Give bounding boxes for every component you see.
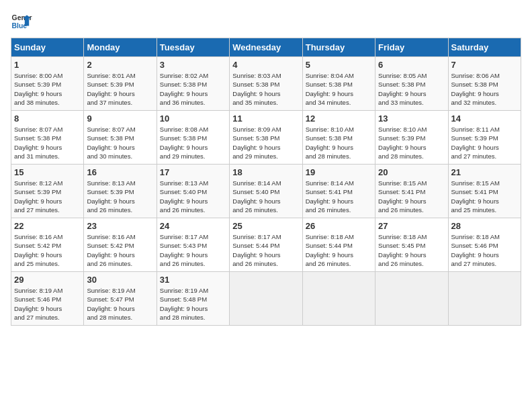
calendar-cell: 29Sunrise: 8:19 AM Sunset: 5:46 PM Dayli… <box>11 272 84 326</box>
calendar-cell: 27Sunrise: 8:18 AM Sunset: 5:45 PM Dayli… <box>375 218 448 272</box>
day-header-tuesday: Tuesday <box>157 38 229 57</box>
day-number: 21 <box>451 167 518 177</box>
day-number: 10 <box>160 113 226 124</box>
cell-content: Sunrise: 8:11 AM Sunset: 5:39 PM Dayligh… <box>451 125 518 161</box>
calendar-cell: 14Sunrise: 8:11 AM Sunset: 5:39 PM Dayli… <box>448 111 521 165</box>
cell-content: Sunrise: 8:07 AM Sunset: 5:38 PM Dayligh… <box>87 125 153 161</box>
calendar-week-5: 29Sunrise: 8:19 AM Sunset: 5:46 PM Dayli… <box>11 272 521 326</box>
cell-content: Sunrise: 8:05 AM Sunset: 5:38 PM Dayligh… <box>378 71 445 107</box>
day-number: 5 <box>306 60 372 70</box>
day-number: 13 <box>378 113 445 124</box>
page-header: General Blue <box>11 11 521 32</box>
day-number: 12 <box>306 113 372 124</box>
cell-content: Sunrise: 8:06 AM Sunset: 5:38 PM Dayligh… <box>451 71 518 107</box>
calendar-week-4: 22Sunrise: 8:16 AM Sunset: 5:42 PM Dayli… <box>11 218 521 272</box>
calendar-cell: 6Sunrise: 8:05 AM Sunset: 5:38 PM Daylig… <box>375 57 448 111</box>
calendar-cell: 7Sunrise: 8:06 AM Sunset: 5:38 PM Daylig… <box>448 57 521 111</box>
calendar-cell: 20Sunrise: 8:15 AM Sunset: 5:41 PM Dayli… <box>375 165 448 218</box>
cell-content: Sunrise: 8:19 AM Sunset: 5:46 PM Dayligh… <box>14 286 81 322</box>
cell-content: Sunrise: 8:19 AM Sunset: 5:47 PM Dayligh… <box>87 286 153 322</box>
calendar-cell: 26Sunrise: 8:18 AM Sunset: 5:44 PM Dayli… <box>302 218 375 272</box>
cell-content: Sunrise: 8:07 AM Sunset: 5:38 PM Dayligh… <box>14 125 81 161</box>
calendar-cell <box>302 272 375 326</box>
calendar-cell: 31Sunrise: 8:19 AM Sunset: 5:48 PM Dayli… <box>157 272 229 326</box>
cell-content: Sunrise: 8:16 AM Sunset: 5:42 PM Dayligh… <box>14 232 81 268</box>
calendar-table: SundayMondayTuesdayWednesdayThursdayFrid… <box>11 38 521 326</box>
day-number: 23 <box>87 221 153 231</box>
cell-content: Sunrise: 8:02 AM Sunset: 5:38 PM Dayligh… <box>160 71 226 107</box>
calendar-cell: 11Sunrise: 8:09 AM Sunset: 5:38 PM Dayli… <box>230 111 302 165</box>
day-number: 14 <box>451 113 518 124</box>
calendar-cell: 30Sunrise: 8:19 AM Sunset: 5:47 PM Dayli… <box>84 272 157 326</box>
calendar-cell: 3Sunrise: 8:02 AM Sunset: 5:38 PM Daylig… <box>157 57 229 111</box>
calendar-cell: 25Sunrise: 8:17 AM Sunset: 5:44 PM Dayli… <box>230 218 302 272</box>
cell-content: Sunrise: 8:18 AM Sunset: 5:46 PM Dayligh… <box>451 232 518 268</box>
cell-content: Sunrise: 8:09 AM Sunset: 5:38 PM Dayligh… <box>232 125 299 161</box>
calendar-cell <box>375 272 448 326</box>
calendar-header-row: SundayMondayTuesdayWednesdayThursdayFrid… <box>11 38 521 57</box>
day-number: 30 <box>87 275 153 285</box>
day-header-wednesday: Wednesday <box>230 38 302 57</box>
day-header-saturday: Saturday <box>448 38 521 57</box>
day-number: 7 <box>451 60 518 70</box>
day-number: 26 <box>306 221 372 231</box>
day-number: 3 <box>160 60 226 70</box>
calendar-cell: 15Sunrise: 8:12 AM Sunset: 5:39 PM Dayli… <box>11 165 84 218</box>
cell-content: Sunrise: 8:17 AM Sunset: 5:44 PM Dayligh… <box>232 232 299 268</box>
calendar-cell: 4Sunrise: 8:03 AM Sunset: 5:38 PM Daylig… <box>230 57 302 111</box>
day-number: 6 <box>378 60 445 70</box>
day-number: 1 <box>14 60 81 70</box>
day-number: 18 <box>232 167 299 177</box>
cell-content: Sunrise: 8:13 AM Sunset: 5:39 PM Dayligh… <box>87 179 153 214</box>
cell-content: Sunrise: 8:16 AM Sunset: 5:42 PM Dayligh… <box>87 232 153 268</box>
cell-content: Sunrise: 8:00 AM Sunset: 5:39 PM Dayligh… <box>14 71 81 107</box>
day-number: 4 <box>232 60 299 70</box>
calendar-cell: 21Sunrise: 8:15 AM Sunset: 5:41 PM Dayli… <box>448 165 521 218</box>
logo: General Blue <box>11 11 32 32</box>
cell-content: Sunrise: 8:14 AM Sunset: 5:41 PM Dayligh… <box>306 179 372 214</box>
day-number: 15 <box>14 167 81 177</box>
cell-content: Sunrise: 8:04 AM Sunset: 5:38 PM Dayligh… <box>306 71 372 107</box>
day-number: 28 <box>451 221 518 231</box>
cell-content: Sunrise: 8:01 AM Sunset: 5:39 PM Dayligh… <box>87 71 153 107</box>
day-number: 9 <box>87 113 153 124</box>
calendar-cell: 12Sunrise: 8:10 AM Sunset: 5:38 PM Dayli… <box>302 111 375 165</box>
day-number: 22 <box>14 221 81 231</box>
cell-content: Sunrise: 8:18 AM Sunset: 5:44 PM Dayligh… <box>306 232 372 268</box>
cell-content: Sunrise: 8:08 AM Sunset: 5:38 PM Dayligh… <box>160 125 226 161</box>
day-header-thursday: Thursday <box>302 38 375 57</box>
calendar-week-3: 15Sunrise: 8:12 AM Sunset: 5:39 PM Dayli… <box>11 165 521 218</box>
calendar-cell: 19Sunrise: 8:14 AM Sunset: 5:41 PM Dayli… <box>302 165 375 218</box>
day-number: 2 <box>87 60 153 70</box>
cell-content: Sunrise: 8:19 AM Sunset: 5:48 PM Dayligh… <box>160 286 226 322</box>
cell-content: Sunrise: 8:10 AM Sunset: 5:38 PM Dayligh… <box>306 125 372 161</box>
calendar-week-1: 1Sunrise: 8:00 AM Sunset: 5:39 PM Daylig… <box>11 57 521 111</box>
calendar-cell: 18Sunrise: 8:14 AM Sunset: 5:40 PM Dayli… <box>230 165 302 218</box>
calendar-cell: 8Sunrise: 8:07 AM Sunset: 5:38 PM Daylig… <box>11 111 84 165</box>
calendar-cell: 28Sunrise: 8:18 AM Sunset: 5:46 PM Dayli… <box>448 218 521 272</box>
day-number: 16 <box>87 167 153 177</box>
day-number: 17 <box>160 167 226 177</box>
cell-content: Sunrise: 8:12 AM Sunset: 5:39 PM Dayligh… <box>14 179 81 214</box>
calendar-cell: 23Sunrise: 8:16 AM Sunset: 5:42 PM Dayli… <box>84 218 157 272</box>
calendar-cell: 5Sunrise: 8:04 AM Sunset: 5:38 PM Daylig… <box>302 57 375 111</box>
day-header-sunday: Sunday <box>11 38 84 57</box>
cell-content: Sunrise: 8:18 AM Sunset: 5:45 PM Dayligh… <box>378 232 445 268</box>
day-number: 25 <box>232 221 299 231</box>
calendar-cell: 2Sunrise: 8:01 AM Sunset: 5:39 PM Daylig… <box>84 57 157 111</box>
calendar-cell: 17Sunrise: 8:13 AM Sunset: 5:40 PM Dayli… <box>157 165 229 218</box>
cell-content: Sunrise: 8:03 AM Sunset: 5:38 PM Dayligh… <box>232 71 299 107</box>
calendar-cell: 1Sunrise: 8:00 AM Sunset: 5:39 PM Daylig… <box>11 57 84 111</box>
day-header-monday: Monday <box>84 38 157 57</box>
cell-content: Sunrise: 8:15 AM Sunset: 5:41 PM Dayligh… <box>378 179 445 214</box>
day-header-friday: Friday <box>375 38 448 57</box>
day-number: 29 <box>14 275 81 285</box>
cell-content: Sunrise: 8:17 AM Sunset: 5:43 PM Dayligh… <box>160 232 226 268</box>
cell-content: Sunrise: 8:13 AM Sunset: 5:40 PM Dayligh… <box>160 179 226 214</box>
calendar-week-2: 8Sunrise: 8:07 AM Sunset: 5:38 PM Daylig… <box>11 111 521 165</box>
day-number: 20 <box>378 167 445 177</box>
day-number: 24 <box>160 221 226 231</box>
day-number: 27 <box>378 221 445 231</box>
calendar-cell: 13Sunrise: 8:10 AM Sunset: 5:39 PM Dayli… <box>375 111 448 165</box>
cell-content: Sunrise: 8:10 AM Sunset: 5:39 PM Dayligh… <box>378 125 445 161</box>
